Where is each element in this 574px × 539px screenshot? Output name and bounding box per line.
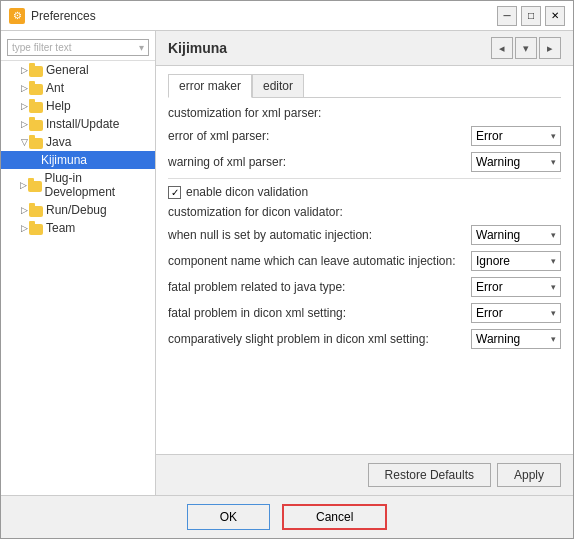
- folder-icon-ant: [29, 84, 43, 95]
- sidebar-label-ant: Ant: [46, 81, 64, 95]
- apply-button[interactable]: Apply: [497, 463, 561, 487]
- nav-dropdown-button[interactable]: ▾: [515, 37, 537, 59]
- sidebar-item-install-update[interactable]: ▷ Install/Update: [1, 115, 155, 133]
- dicon-xml-arrow: ▾: [551, 308, 556, 318]
- folder-icon-install: [29, 120, 43, 131]
- sidebar: type filter text ▾ ▷ General ▷ Ant ▷ Hel…: [1, 31, 156, 495]
- slight-problem-value: Warning: [476, 332, 520, 346]
- error-xml-row: error of xml parser: Error ▾: [168, 126, 561, 146]
- error-xml-dropdown[interactable]: Error ▾: [471, 126, 561, 146]
- sidebar-item-general[interactable]: ▷ General: [1, 61, 155, 79]
- java-type-dropdown[interactable]: Error ▾: [471, 277, 561, 297]
- tab-error-maker[interactable]: error maker: [168, 74, 252, 98]
- sidebar-item-run-debug[interactable]: ▷ Run/Debug: [1, 201, 155, 219]
- expand-icon-java: ▽: [19, 137, 29, 147]
- folder-icon-run: [29, 206, 43, 217]
- slight-problem-dropdown[interactable]: Warning ▾: [471, 329, 561, 349]
- java-type-row: fatal problem related to java type: Erro…: [168, 277, 561, 297]
- null-injection-label: when null is set by automatic injection:: [168, 228, 471, 242]
- warning-xml-dropdown[interactable]: Warning ▾: [471, 152, 561, 172]
- panel-body: error maker editor customization for xml…: [156, 66, 573, 454]
- slight-problem-label: comparatively slight problem in dicon xm…: [168, 332, 471, 346]
- java-type-label: fatal problem related to java type:: [168, 280, 471, 294]
- slight-problem-row: comparatively slight problem in dicon xm…: [168, 329, 561, 349]
- filter-row: type filter text ▾: [1, 35, 155, 61]
- sidebar-label-java: Java: [46, 135, 71, 149]
- nav-forward-button[interactable]: ▸: [539, 37, 561, 59]
- folder-icon-plugin: [28, 181, 41, 192]
- filter-dropdown-arrow[interactable]: ▾: [139, 42, 144, 53]
- sidebar-item-java[interactable]: ▽ Java: [1, 133, 155, 151]
- sidebar-label-help: Help: [46, 99, 71, 113]
- java-type-arrow: ▾: [551, 282, 556, 292]
- title-bar: ⚙ Preferences ─ □ ✕: [1, 1, 573, 31]
- expand-icon-run: ▷: [19, 205, 29, 215]
- main-content: type filter text ▾ ▷ General ▷ Ant ▷ Hel…: [1, 31, 573, 495]
- folder-icon-team: [29, 224, 43, 235]
- xml-parser-heading: customization for xml parser:: [168, 106, 561, 120]
- panel-title: Kijimuna: [168, 40, 227, 56]
- expand-icon-plugin: ▷: [19, 180, 28, 190]
- sidebar-item-ant[interactable]: ▷ Ant: [1, 79, 155, 97]
- sidebar-item-team[interactable]: ▷ Team: [1, 219, 155, 237]
- maximize-button[interactable]: □: [521, 6, 541, 26]
- component-name-value: Ignore: [476, 254, 510, 268]
- ok-button[interactable]: OK: [187, 504, 270, 530]
- null-injection-dropdown[interactable]: Warning ▾: [471, 225, 561, 245]
- app-icon: ⚙: [9, 8, 25, 24]
- sidebar-item-help[interactable]: ▷ Help: [1, 97, 155, 115]
- warning-xml-value: Warning: [476, 155, 520, 169]
- cancel-button[interactable]: Cancel: [282, 504, 387, 530]
- dicon-xml-label: fatal problem in dicon xml setting:: [168, 306, 471, 320]
- sidebar-label-team: Team: [46, 221, 75, 235]
- null-injection-value: Warning: [476, 228, 520, 242]
- sidebar-label-kijimuna: Kijimuna: [41, 153, 87, 167]
- sidebar-item-kijimuna[interactable]: Kijimuna: [1, 151, 155, 169]
- warning-xml-label: warning of xml parser:: [168, 155, 471, 169]
- dicon-xml-value: Error: [476, 306, 503, 320]
- filter-placeholder: type filter text: [12, 42, 71, 53]
- dicon-xml-dropdown[interactable]: Error ▾: [471, 303, 561, 323]
- nav-back-button[interactable]: ◂: [491, 37, 513, 59]
- right-panel: Kijimuna ◂ ▾ ▸ error maker editor: [156, 31, 573, 495]
- preferences-window: ⚙ Preferences ─ □ ✕ type filter text ▾ ▷…: [0, 0, 574, 539]
- divider-1: [168, 178, 561, 179]
- expand-icon-install: ▷: [19, 119, 29, 129]
- warning-xml-arrow: ▾: [551, 157, 556, 167]
- dicon-validator-heading: customization for dicon validator:: [168, 205, 561, 219]
- restore-defaults-button[interactable]: Restore Defaults: [368, 463, 491, 487]
- sidebar-label-general: General: [46, 63, 89, 77]
- bottom-bar: Restore Defaults Apply: [156, 454, 573, 495]
- sidebar-item-plugin-dev[interactable]: ▷ Plug-in Development: [1, 169, 155, 201]
- minimize-button[interactable]: ─: [497, 6, 517, 26]
- component-name-dropdown[interactable]: Ignore ▾: [471, 251, 561, 271]
- folder-icon-help: [29, 102, 43, 113]
- dicon-xml-row: fatal problem in dicon xml setting: Erro…: [168, 303, 561, 323]
- error-xml-arrow: ▾: [551, 131, 556, 141]
- folder-icon-java: [29, 138, 43, 149]
- null-injection-arrow: ▾: [551, 230, 556, 240]
- slight-problem-arrow: ▾: [551, 334, 556, 344]
- tab-editor[interactable]: editor: [252, 74, 304, 97]
- nav-buttons: ◂ ▾ ▸: [491, 37, 561, 59]
- dicon-checkbox-row: ✓ enable dicon validation: [168, 185, 561, 199]
- title-bar-left: ⚙ Preferences: [9, 8, 96, 24]
- window-title: Preferences: [31, 9, 96, 23]
- sidebar-label-plugin: Plug-in Development: [45, 171, 149, 199]
- folder-icon-general: [29, 66, 43, 77]
- expand-icon-ant: ▷: [19, 83, 29, 93]
- dicon-checkbox[interactable]: ✓: [168, 186, 181, 199]
- sidebar-label-install: Install/Update: [46, 117, 119, 131]
- expand-icon-help: ▷: [19, 101, 29, 111]
- java-type-value: Error: [476, 280, 503, 294]
- error-xml-value: Error: [476, 129, 503, 143]
- expand-icon-general: ▷: [19, 65, 29, 75]
- close-button[interactable]: ✕: [545, 6, 565, 26]
- expand-icon-team: ▷: [19, 223, 29, 233]
- filter-input-wrapper[interactable]: type filter text ▾: [7, 39, 149, 56]
- dicon-checkbox-label: enable dicon validation: [186, 185, 561, 199]
- footer-bar: OK Cancel: [1, 495, 573, 538]
- panel-header: Kijimuna ◂ ▾ ▸: [156, 31, 573, 66]
- error-xml-label: error of xml parser:: [168, 129, 471, 143]
- component-name-label: component name which can leave automatic…: [168, 254, 471, 268]
